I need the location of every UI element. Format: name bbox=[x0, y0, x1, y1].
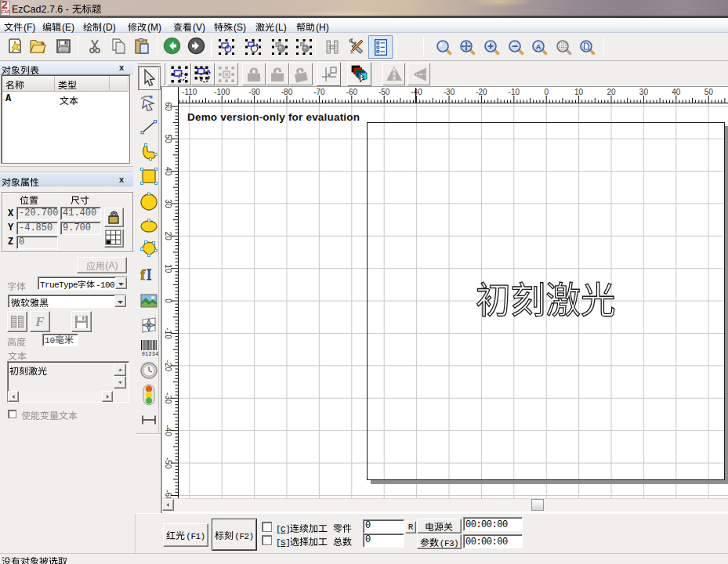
svg-text:-20: -20 bbox=[476, 88, 487, 96]
svg-text:-10: -10 bbox=[509, 88, 520, 96]
svg-text:20: 20 bbox=[164, 232, 172, 241]
svg-text:40: 40 bbox=[672, 88, 681, 96]
svg-text:-70: -70 bbox=[313, 88, 325, 96]
svg-text:-100: -100 bbox=[214, 88, 230, 96]
svg-text:-10: -10 bbox=[164, 327, 172, 339]
svg-text:-30: -30 bbox=[164, 392, 172, 404]
svg-text:10: 10 bbox=[164, 264, 172, 273]
svg-text:-90: -90 bbox=[248, 88, 260, 96]
svg-text:f: f bbox=[140, 266, 146, 283]
svg-text:-50: -50 bbox=[378, 88, 390, 96]
svg-text:-110: -110 bbox=[182, 88, 197, 96]
svg-text:-60: -60 bbox=[346, 88, 358, 96]
svg-text:50: 50 bbox=[164, 135, 172, 144]
svg-text:-20: -20 bbox=[164, 360, 172, 372]
svg-text:-50: -50 bbox=[164, 457, 172, 469]
svg-text:60: 60 bbox=[164, 102, 172, 111]
svg-text:30: 30 bbox=[164, 199, 172, 208]
svg-text:I: I bbox=[147, 266, 151, 283]
svg-text:40: 40 bbox=[164, 167, 172, 176]
svg-text:10: 10 bbox=[574, 88, 584, 96]
svg-text:-80: -80 bbox=[281, 88, 293, 96]
svg-text:0: 0 bbox=[544, 88, 549, 96]
svg-text:50: 50 bbox=[704, 88, 714, 96]
svg-text:30: 30 bbox=[639, 88, 649, 96]
svg-text:-30: -30 bbox=[444, 88, 455, 96]
svg-text:-40: -40 bbox=[411, 88, 422, 96]
svg-text:01234: 01234 bbox=[142, 352, 158, 357]
svg-text:20: 20 bbox=[607, 88, 616, 96]
svg-text:A: A bbox=[536, 42, 541, 51]
svg-text:-40: -40 bbox=[164, 425, 172, 436]
svg-text:0: 0 bbox=[164, 298, 172, 303]
